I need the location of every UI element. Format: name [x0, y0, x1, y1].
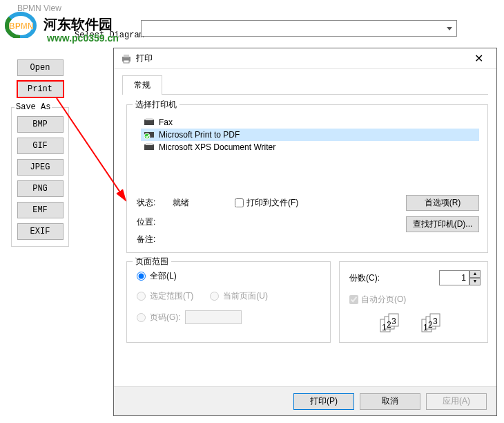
svg-text:1: 1: [382, 323, 387, 332]
fax-icon: [144, 118, 155, 127]
printer-item-fax[interactable]: Fax: [141, 116, 479, 129]
range-current-radio: 当前页面(U): [210, 290, 268, 302]
printer-select-group: 选择打印机 Fax Microsoft Print to PDF Microso…: [126, 104, 488, 253]
left-panel: Open Print Save As BMP GIF JPEG PNG EMF …: [11, 59, 69, 247]
save-as-group: Save As BMP GIF JPEG PNG EMF EXIF: [11, 102, 69, 247]
spin-up[interactable]: ▲: [469, 270, 481, 278]
preferences-button[interactable]: 首选项(R): [406, 195, 479, 211]
status-label: 状态:: [137, 197, 173, 209]
cancel-button[interactable]: 取消: [360, 393, 420, 410]
printer-item-pdf[interactable]: Microsoft Print to PDF: [141, 129, 479, 141]
collate-icon: 123: [378, 311, 411, 333]
svg-rect-12: [146, 143, 153, 145]
page-range-group: 页面范围 全部(L) 选定范围(T) 当前页面(U) 页码(G):: [126, 261, 331, 343]
location-label: 位置:: [137, 216, 173, 228]
range-pages-input: [185, 310, 242, 324]
copies-input[interactable]: [439, 270, 469, 285]
svg-point-0: [7, 14, 35, 37]
collate-icon: 123: [419, 311, 452, 333]
select-diagram-dropdown[interactable]: [141, 20, 457, 37]
range-all-radio[interactable]: 全部(L): [137, 270, 323, 282]
dialog-footer: 打印(P) 取消 应用(A): [114, 386, 496, 415]
printer-group-title: 选择打印机: [133, 99, 180, 111]
collate-checkbox: 自动分页(O): [349, 294, 481, 306]
copies-label: 份数(C):: [349, 272, 380, 284]
print-confirm-button[interactable]: 打印(P): [293, 393, 354, 410]
svg-text:3: 3: [391, 317, 396, 326]
app-title: BPMN View: [17, 3, 61, 13]
save-gif-button[interactable]: GIF: [17, 138, 64, 154]
svg-point-1: [7, 14, 35, 37]
printer-name: Microsoft Print to PDF: [159, 130, 240, 140]
svg-text:3: 3: [433, 317, 438, 326]
print-button[interactable]: Print: [17, 81, 64, 97]
find-printer-button[interactable]: 查找打印机(D)...: [406, 216, 479, 232]
watermark-logo: BPMN: [5, 12, 43, 40]
svg-text:2: 2: [428, 320, 433, 330]
close-button[interactable]: ✕: [467, 52, 490, 65]
svg-rect-11: [144, 144, 154, 150]
save-as-title: Save As: [14, 102, 52, 112]
printer-name: Microsoft XPS Document Writer: [159, 142, 275, 152]
svg-rect-5: [124, 55, 129, 57]
printer-xps-icon: [144, 142, 155, 152]
select-diagram-label: Select Diagram: [75, 30, 144, 40]
collate-preview: 123 123: [349, 311, 481, 333]
range-selection-radio: 选定范围(T): [137, 290, 193, 302]
svg-rect-7: [144, 120, 154, 125]
printer-name: Fax: [159, 118, 173, 127]
print-dialog: 打印 ✕ 常规 选择打印机 Fax Microsoft Print to PDF…: [113, 48, 497, 416]
spin-down[interactable]: ▼: [469, 278, 481, 285]
apply-button: 应用(A): [426, 393, 487, 410]
save-jpeg-button[interactable]: JPEG: [17, 159, 64, 176]
open-button[interactable]: Open: [17, 59, 64, 76]
tab-general[interactable]: 常规: [122, 75, 162, 95]
svg-text:BPMN: BPMN: [9, 21, 33, 31]
range-pages-radio: 页码(G):: [137, 310, 323, 324]
save-exif-button[interactable]: EXIF: [17, 223, 64, 240]
dialog-title: 打印: [136, 53, 467, 64]
save-png-button[interactable]: PNG: [17, 180, 64, 197]
svg-rect-6: [124, 60, 129, 63]
copies-group: 份数(C): ▲▼ 自动分页(O) 123 123: [339, 261, 488, 343]
save-bmp-button[interactable]: BMP: [17, 116, 64, 133]
svg-text:1: 1: [423, 323, 428, 332]
tab-bar: 常规: [122, 75, 496, 94]
status-value: 就绪: [173, 197, 235, 209]
comment-label: 备注:: [137, 234, 173, 245]
svg-rect-8: [146, 118, 153, 120]
printer-pdf-icon: [144, 130, 155, 140]
dialog-titlebar: 打印 ✕: [114, 48, 496, 69]
save-emf-button[interactable]: EMF: [17, 202, 64, 218]
range-title: 页面范围: [133, 256, 171, 267]
svg-text:2: 2: [387, 320, 391, 330]
copies-spinner[interactable]: ▲▼: [439, 270, 481, 285]
printer-icon: [121, 53, 132, 64]
print-to-file-checkbox[interactable]: 打印到文件(F): [235, 197, 406, 209]
printer-item-xps[interactable]: Microsoft XPS Document Writer: [141, 141, 479, 153]
printer-list[interactable]: Fax Microsoft Print to PDF Microsoft XPS…: [141, 116, 479, 153]
